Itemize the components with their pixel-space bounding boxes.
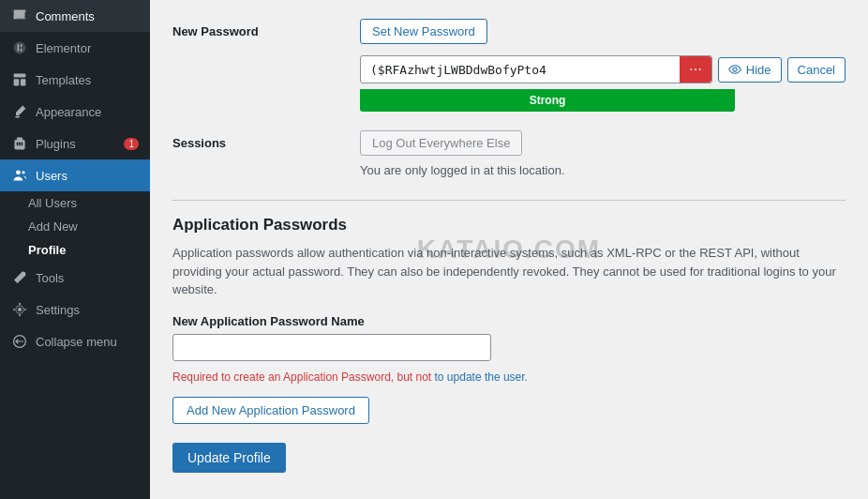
app-passwords-title: Application Passwords — [172, 216, 846, 234]
svg-point-15 — [22, 171, 24, 174]
svg-rect-13 — [22, 142, 23, 145]
svg-rect-19 — [24, 309, 26, 310]
svg-rect-11 — [17, 142, 19, 145]
svg-rect-0 — [14, 10, 24, 18]
comment-icon — [11, 8, 28, 24]
sidebar-item-label: Appearance — [36, 105, 101, 119]
app-passwords-section: Application Passwords Application passwo… — [172, 200, 846, 473]
password-input-container: ⋯ — [360, 55, 712, 83]
collapse-icon — [11, 333, 28, 350]
sidebar-sub-profile[interactable]: Profile — [0, 238, 150, 262]
cancel-button[interactable]: Cancel — [787, 57, 846, 83]
password-field-wrap: ⋯ Hide Cancel — [360, 55, 846, 83]
sidebar-item-label: Users — [36, 169, 67, 183]
svg-point-20 — [18, 308, 22, 311]
update-profile-button[interactable]: Update Profile — [172, 443, 286, 473]
set-new-password-button[interactable]: Set New Password — [360, 19, 487, 44]
main-wrapper: KATAIO.COM New Password Set New Password… — [150, 0, 868, 499]
svg-rect-2 — [18, 44, 20, 52]
password-strength-bar: Strong — [360, 89, 735, 112]
svg-rect-7 — [21, 79, 26, 85]
sessions-label: Sessions — [172, 130, 341, 150]
sidebar-item-elementor[interactable]: Elementor — [0, 32, 150, 64]
add-application-password-button[interactable]: Add New Application Password — [172, 397, 369, 424]
logout-everywhere-button[interactable]: Log Out Everywhere Else — [360, 130, 522, 156]
svg-rect-9 — [17, 138, 22, 140]
sidebar-item-collapse[interactable]: Collapse menu — [0, 325, 150, 357]
sidebar-item-label: Settings — [36, 303, 80, 317]
sidebar-item-label: Plugins — [36, 137, 76, 151]
validation-link[interactable]: to update the user. — [435, 370, 528, 384]
sidebar-item-comments[interactable]: Comments — [0, 0, 150, 32]
sidebar: Comments Elementor Templates Appearance … — [0, 0, 150, 499]
app-passwords-description: Application passwords allow authenticati… — [172, 244, 846, 299]
svg-rect-12 — [19, 142, 21, 145]
password-dots-button[interactable]: ⋯ — [680, 56, 711, 83]
svg-rect-17 — [19, 314, 21, 316]
eye-icon — [728, 63, 741, 76]
new-password-content: Set New Password ⋯ Hide Cancel — [360, 19, 846, 112]
sidebar-sub-add-new[interactable]: Add New — [0, 215, 150, 238]
sidebar-item-label: Templates — [36, 73, 91, 87]
sessions-note: You are only logged in at this location. — [360, 163, 846, 177]
sidebar-item-plugins[interactable]: Plugins 1 — [0, 128, 150, 159]
password-input[interactable] — [361, 57, 680, 83]
plugin-icon — [11, 135, 28, 152]
validation-message: Required to create an Application Passwo… — [172, 369, 846, 386]
sidebar-item-label: Elementor — [36, 41, 91, 55]
sidebar-item-label: Comments — [36, 9, 95, 23]
svg-rect-5 — [14, 74, 26, 78]
app-password-name-label: New Application Password Name — [172, 314, 846, 328]
sidebar-item-templates[interactable]: Templates — [0, 64, 150, 96]
settings-icon — [11, 301, 28, 318]
svg-point-1 — [14, 42, 26, 54]
brush-icon — [11, 103, 28, 120]
tools-icon — [11, 269, 28, 286]
hide-button[interactable]: Hide — [718, 57, 782, 83]
svg-rect-6 — [14, 79, 20, 85]
svg-rect-8 — [15, 116, 20, 118]
sidebar-sub-all-users[interactable]: All Users — [0, 191, 150, 215]
sessions-content: Log Out Everywhere Else You are only log… — [360, 130, 846, 177]
new-password-label: New Password — [172, 19, 341, 38]
sidebar-item-users[interactable]: Users — [0, 159, 150, 191]
app-password-name-input[interactable] — [172, 334, 491, 361]
sidebar-item-label: Collapse menu — [36, 335, 117, 349]
main-content: New Password Set New Password ⋯ Hide Can… — [150, 0, 868, 491]
sessions-section: Sessions Log Out Everywhere Else You are… — [172, 130, 846, 177]
svg-point-22 — [733, 68, 737, 71]
elementor-icon — [11, 39, 28, 56]
svg-rect-3 — [21, 44, 22, 47]
new-password-section: New Password Set New Password ⋯ Hide Can… — [172, 19, 846, 112]
sidebar-item-label: Tools — [36, 271, 64, 285]
sidebar-item-tools[interactable]: Tools — [0, 262, 150, 294]
sidebar-item-appearance[interactable]: Appearance — [0, 96, 150, 128]
svg-rect-4 — [21, 49, 22, 52]
templates-icon — [11, 71, 28, 88]
users-icon — [11, 167, 28, 184]
svg-point-14 — [16, 170, 21, 174]
plugins-badge: 1 — [124, 138, 139, 150]
svg-rect-18 — [13, 309, 15, 310]
svg-rect-16 — [19, 303, 21, 305]
sidebar-item-settings[interactable]: Settings — [0, 294, 150, 325]
